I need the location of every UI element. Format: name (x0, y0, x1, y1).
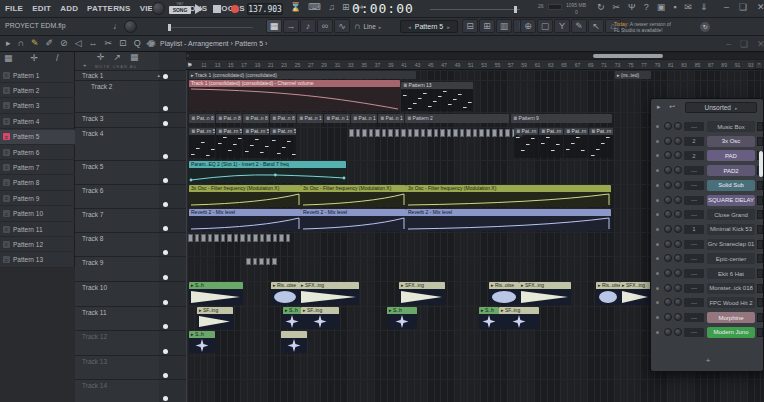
audio-track-clip[interactable]: ▸ Track 1 (consolidated) (consolidated) (189, 71, 416, 79)
track-name[interactable]: Track 14 (82, 382, 107, 389)
save-icon[interactable]: ▣ (657, 3, 666, 12)
channel-route-box[interactable] (757, 122, 763, 131)
channel-pan-knob[interactable] (664, 137, 672, 145)
channel-route-box[interactable] (757, 137, 763, 146)
close-icon[interactable]: ✕ (757, 40, 764, 49)
channel-target-number[interactable]: 2 (684, 137, 704, 146)
channel-button[interactable]: Close Grand (707, 209, 755, 220)
channel-led[interactable] (656, 331, 659, 334)
track-header[interactable]: Track 14 (75, 379, 186, 402)
select-tool-icon[interactable]: ⊡ (119, 39, 127, 48)
snap-selector[interactable]: ∩ Line ▸ (354, 20, 394, 33)
channel-volume-knob[interactable] (674, 313, 682, 321)
audio-clip[interactable]: ▸ SFX..ing (299, 282, 359, 305)
audio-clip[interactable]: ▸ SF..ing (499, 307, 539, 329)
touch-icon[interactable]: ∿ (334, 19, 350, 33)
maximize-icon[interactable]: ❏ (740, 40, 748, 49)
channel-button[interactable]: FPC Wood Hit 2 (707, 297, 755, 308)
channel-volume-knob[interactable] (674, 225, 682, 233)
pattern-clip[interactable]: ≣ Pat..rn 5 (514, 128, 538, 158)
channel-target-number[interactable]: --- (684, 181, 704, 190)
channel-led[interactable] (656, 316, 659, 319)
audio-clip[interactable]: ▸ S..h (283, 307, 301, 329)
pattern-item[interactable]: ≡Pattern 9 (0, 191, 75, 206)
channel-volume-knob[interactable] (674, 284, 682, 292)
channel-led[interactable] (656, 213, 659, 216)
track-name[interactable]: Track 13 (82, 358, 107, 365)
channel-route-box[interactable] (757, 240, 763, 249)
line-icon[interactable]: ↗ (114, 53, 122, 62)
tempo-display[interactable]: 137.903 (247, 3, 283, 15)
channel-target-number[interactable]: --- (684, 269, 704, 278)
audio-clip[interactable]: ▸ S..h (387, 307, 417, 329)
breadcrumb[interactable]: Playlist - Arrangement › Pattern 5 › (160, 40, 267, 47)
magnet-icon[interactable]: ∩ (18, 39, 24, 48)
channel-button[interactable]: 3x Osc (707, 136, 755, 147)
track-mute-dot[interactable] (163, 121, 168, 126)
channel-pan-knob[interactable] (664, 196, 672, 204)
play-button[interactable] (195, 4, 203, 14)
update-notice[interactable]: Today: A newer version of FL Studio is a… (614, 21, 698, 33)
channel-button[interactable]: SQUARE DELAY (707, 195, 755, 206)
slip-tool-icon[interactable]: ↔ (89, 39, 98, 48)
track-name[interactable]: Track 7 (82, 211, 103, 218)
add-track-button[interactable]: + (83, 62, 87, 68)
step-jump-icon[interactable]: → (283, 19, 299, 33)
channel-led[interactable] (656, 184, 659, 187)
render-icon[interactable]: ▪ (673, 3, 676, 12)
pattern-item[interactable]: ≡Pattern 1 (0, 68, 75, 83)
channel-target-number[interactable]: --- (684, 166, 704, 175)
metronome-small-icon[interactable]: ♩ (113, 22, 122, 31)
pattern-clip[interactable]: ≣ Pat..rn 5 (243, 128, 269, 158)
menu-edit[interactable]: EDIT (32, 4, 51, 13)
audio-track-clip[interactable]: ▸ (ns..ted) (615, 71, 651, 79)
channel-pan-knob[interactable] (664, 122, 672, 130)
audio-clip[interactable]: ▸ SFX..ing (620, 282, 651, 305)
track-header[interactable]: Track 11 (75, 306, 186, 330)
channel-button[interactable]: Monster..ick 018 (707, 283, 755, 294)
channel-led[interactable] (656, 228, 659, 231)
channel-route-box[interactable] (757, 284, 763, 293)
track-mute-dot[interactable] (163, 300, 168, 305)
new-project-icon[interactable]: ⊕ (520, 19, 536, 33)
channel-route-box[interactable] (757, 225, 763, 234)
main-volume-knob[interactable] (152, 2, 165, 15)
channel-volume-knob[interactable] (674, 137, 682, 145)
channel-led[interactable] (656, 257, 659, 260)
mixer-icon[interactable]: ▥ (496, 19, 512, 33)
channel-volume-knob[interactable] (674, 181, 682, 189)
pattern-item[interactable]: ≡Pattern 4 (0, 114, 75, 129)
channel-target-number[interactable]: --- (684, 210, 704, 219)
automation-clip[interactable]: Track 1 (consolidated) (consolidated) - … (189, 80, 400, 111)
channel-led[interactable] (656, 199, 659, 202)
add-channel-button[interactable]: + (651, 356, 764, 365)
step-blocks-clip[interactable] (188, 234, 290, 242)
slice-tool-icon[interactable]: ✂ (105, 39, 113, 48)
pattern-item[interactable]: ≡Pattern 8 (0, 176, 75, 191)
pattern-prev-icon[interactable]: ◂ (408, 24, 411, 30)
song-pat-switch[interactable]: PAT SONG (169, 1, 191, 17)
channel-target-number[interactable]: --- (684, 240, 704, 249)
track-header[interactable]: Track 3 (75, 112, 186, 127)
channel-route-box[interactable] (757, 254, 763, 263)
mute-tool-icon[interactable]: ◁ (75, 39, 82, 48)
automation-clip[interactable]: Reverb 2 - Mix level (301, 209, 406, 231)
track-name[interactable]: Track 12 (82, 333, 107, 340)
move-icon[interactable]: ✛ (31, 54, 39, 63)
automation-clip[interactable]: 3x Osc - Filter frequency (Modulation X) (301, 185, 406, 207)
shuffle-slider[interactable] (430, 9, 520, 10)
rack-menu-icon[interactable]: ▸ (657, 103, 661, 110)
step-blocks-clip[interactable] (349, 129, 523, 137)
channel-route-box[interactable] (757, 181, 763, 190)
help-icon[interactable]: ? (644, 3, 649, 12)
rack-swap-icon[interactable]: ↩ (669, 103, 675, 110)
track-collapse-icon[interactable]: ▴ (157, 72, 160, 78)
menu-file[interactable]: FILE (5, 4, 23, 13)
channel-pan-knob[interactable] (664, 298, 672, 306)
piano-roll-icon[interactable]: ♪ (300, 19, 316, 33)
master-pitch-knob[interactable] (124, 20, 137, 33)
channel-pan-knob[interactable] (664, 254, 672, 262)
track-header[interactable]: Track 8 (75, 232, 186, 256)
channel-button[interactable]: Music Box (707, 121, 755, 132)
track-name[interactable]: Track 4 (82, 130, 103, 137)
